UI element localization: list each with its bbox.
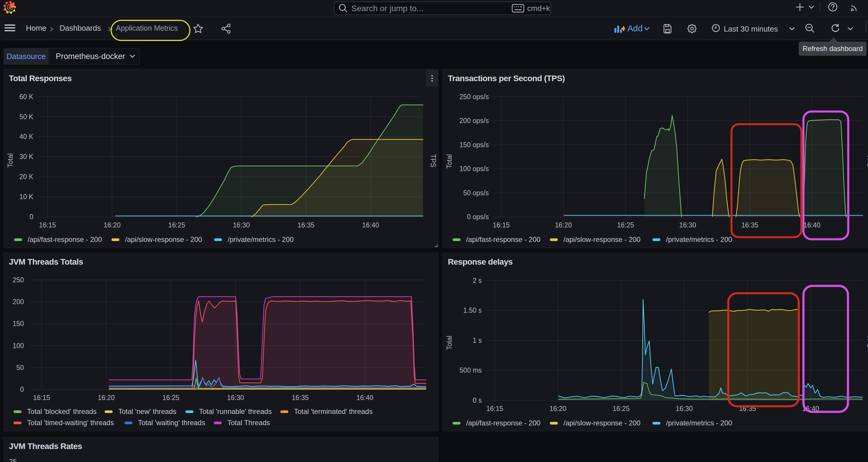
- svg-text:10 K: 10 K: [20, 193, 34, 201]
- svg-text:0: 0: [20, 385, 24, 393]
- svg-text:16:40: 16:40: [803, 221, 820, 229]
- svg-text:Total: Total: [445, 336, 453, 350]
- svg-text:16:30: 16:30: [233, 221, 250, 229]
- svg-text:Total: Total: [6, 153, 14, 168]
- svg-text:16:25: 16:25: [613, 405, 630, 412]
- svg-text:60 K: 60 K: [20, 93, 34, 100]
- svg-text:16:35: 16:35: [298, 221, 315, 229]
- svg-text:250: 250: [13, 276, 24, 284]
- svg-text:16:30: 16:30: [676, 405, 693, 412]
- svg-text:16:15: 16:15: [39, 221, 56, 229]
- svg-text:500 ms: 500 ms: [460, 367, 482, 374]
- svg-text:16:30: 16:30: [679, 221, 696, 229]
- svg-text:30 K: 30 K: [20, 153, 34, 161]
- svg-text:16:35: 16:35: [741, 221, 758, 229]
- svg-text:0 ops/s: 0 ops/s: [467, 213, 489, 221]
- svg-text:50: 50: [16, 364, 24, 371]
- svg-text:16:15: 16:15: [493, 221, 510, 229]
- svg-text:0: 0: [30, 213, 33, 221]
- svg-text:200: 200: [13, 298, 24, 306]
- svg-text:250 ops/s: 250 ops/s: [459, 93, 489, 100]
- svg-text:16:20: 16:20: [103, 221, 121, 229]
- svg-text:TPS: TPS: [429, 154, 437, 168]
- svg-text:150: 150: [13, 320, 24, 327]
- svg-text:16:25: 16:25: [162, 394, 180, 402]
- svg-text:20 K: 20 K: [20, 173, 34, 180]
- svg-text:0 s: 0 s: [473, 397, 482, 404]
- svg-text:16:40: 16:40: [356, 394, 374, 402]
- svg-text:16:25: 16:25: [617, 221, 634, 229]
- svg-text:16:35: 16:35: [291, 394, 309, 402]
- svg-text:1.50 s: 1.50 s: [463, 307, 482, 314]
- svg-text:200 ops/s: 200 ops/s: [459, 117, 489, 124]
- svg-text:16:15: 16:15: [486, 405, 503, 412]
- svg-text:16:20: 16:20: [98, 394, 115, 402]
- svg-text:16:20: 16:20: [550, 405, 567, 412]
- svg-text:1 s: 1 s: [473, 337, 482, 344]
- svg-text:16:40: 16:40: [362, 221, 379, 229]
- svg-text:2 s: 2 s: [473, 277, 482, 284]
- svg-text:40 K: 40 K: [20, 133, 34, 140]
- svg-text:50 K: 50 K: [20, 113, 34, 121]
- svg-text:16:25: 16:25: [168, 221, 185, 229]
- svg-text:100: 100: [13, 342, 24, 350]
- svg-text:16:20: 16:20: [555, 221, 572, 229]
- svg-text:150 ops/s: 150 ops/s: [459, 141, 489, 149]
- svg-text:16:15: 16:15: [33, 394, 50, 402]
- svg-text:TPS: TPS: [866, 154, 868, 168]
- svg-text:Total: Total: [445, 154, 453, 169]
- svg-text:50 ops/s: 50 ops/s: [463, 189, 489, 197]
- svg-text:16:30: 16:30: [227, 394, 244, 402]
- svg-text:TPS: TPS: [866, 335, 868, 348]
- svg-text:100 ops/s: 100 ops/s: [459, 165, 489, 173]
